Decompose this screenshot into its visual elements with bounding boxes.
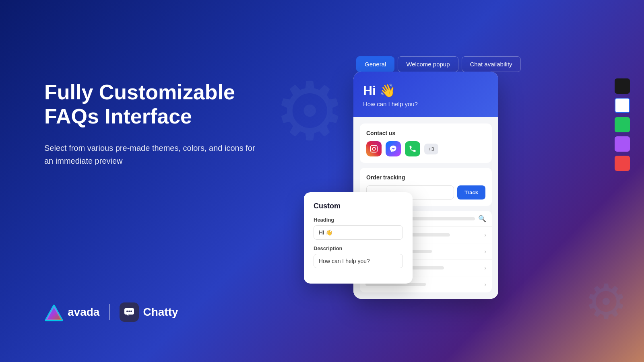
description-input[interactable] xyxy=(314,254,403,268)
chatty-icon xyxy=(120,302,139,322)
tabs-container: General Welcome popup Chat availability xyxy=(356,56,521,72)
description-label: Description xyxy=(314,245,403,251)
svg-point-8 xyxy=(372,147,376,150)
svg-rect-7 xyxy=(371,146,378,152)
avada-icon xyxy=(44,302,64,322)
tab-chat-availability[interactable]: Chat availability xyxy=(462,56,521,72)
swatch-white[interactable] xyxy=(615,98,630,113)
color-palette xyxy=(615,78,630,171)
svg-point-3 xyxy=(126,311,128,312)
instagram-icon[interactable] xyxy=(366,141,382,156)
custom-panel-title: Custom xyxy=(314,202,403,210)
tab-welcome-popup[interactable]: Welcome popup xyxy=(398,56,458,72)
contact-us-title: Contact us xyxy=(366,130,485,136)
svg-point-9 xyxy=(376,146,376,147)
more-badge[interactable]: +3 xyxy=(424,144,438,154)
messenger-icon[interactable] xyxy=(386,141,401,156)
gear-decoration-small: ⚙ xyxy=(584,274,628,330)
svg-point-4 xyxy=(128,311,130,312)
faq-chevron-3: › xyxy=(484,265,486,271)
phone-icon[interactable] xyxy=(405,141,420,156)
swatch-green[interactable] xyxy=(615,117,630,132)
messenger-svg xyxy=(389,145,397,153)
track-button[interactable]: Track xyxy=(457,185,485,200)
social-icons: +3 xyxy=(366,141,485,156)
chatty-text: Chatty xyxy=(143,306,178,319)
faq-chevron-1: › xyxy=(484,232,486,238)
logo-divider xyxy=(109,304,110,320)
chat-subtext: How can I help you? xyxy=(363,101,489,107)
instagram-svg xyxy=(370,145,378,153)
custom-panel: Custom Heading Description xyxy=(304,192,413,284)
faq-chevron-4: › xyxy=(484,281,486,288)
contact-card: Contact us xyxy=(360,123,492,163)
main-title: Fully Customizable FAQs Interface xyxy=(44,80,262,129)
logos-section: avada Chatty xyxy=(44,302,178,322)
faq-search-icon[interactable]: 🔍 xyxy=(478,215,486,222)
chat-header: Hi 👋 How can I help you? xyxy=(353,72,498,117)
swatch-purple[interactable] xyxy=(615,136,630,152)
chat-greeting: Hi 👋 xyxy=(363,83,489,98)
chatty-logo: Chatty xyxy=(120,302,178,322)
swatch-red[interactable] xyxy=(615,156,630,171)
heading-label: Heading xyxy=(314,217,403,223)
subtitle: Select from various pre-made themes, col… xyxy=(44,142,262,167)
svg-marker-6 xyxy=(127,315,128,316)
svg-point-5 xyxy=(130,311,132,312)
order-tracking-title: Order tracking xyxy=(366,174,485,181)
heading-input[interactable] xyxy=(314,225,403,240)
tab-general[interactable]: General xyxy=(356,56,394,72)
avada-logo: avada xyxy=(44,302,99,322)
gear-decoration-large: ⚙ xyxy=(274,64,346,158)
phone-svg xyxy=(409,145,417,153)
svg-marker-1 xyxy=(46,306,62,320)
faq-chevron-2: › xyxy=(484,248,486,255)
chatty-chat-icon xyxy=(124,306,135,318)
swatch-black[interactable] xyxy=(615,78,630,94)
avada-text: avada xyxy=(68,306,99,319)
left-content: Fully Customizable FAQs Interface Select… xyxy=(44,80,262,167)
